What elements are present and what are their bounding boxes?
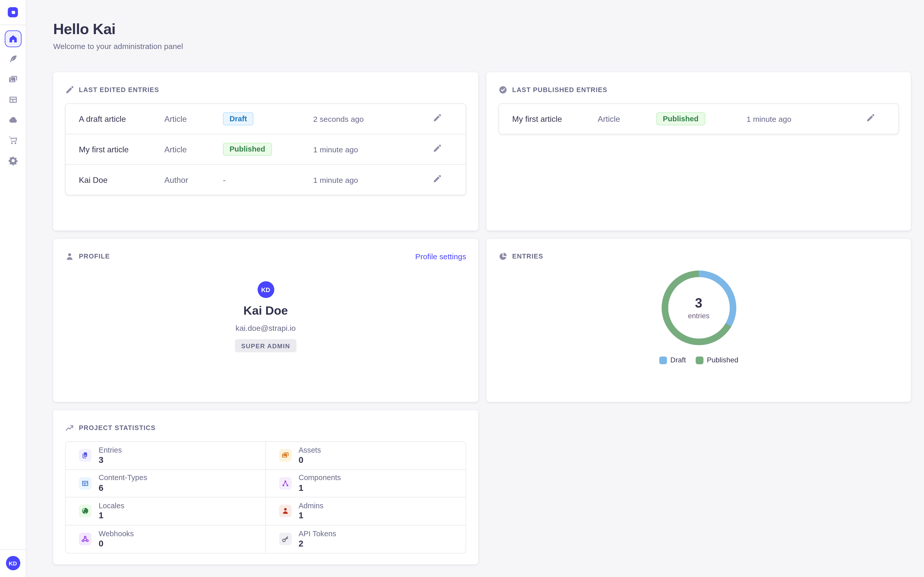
stat-webhooks: Webhooks 0 xyxy=(66,525,266,553)
entry-type: Article xyxy=(164,114,223,123)
profile-body: KD Kai Doe kai.doe@strapi.io SUPER ADMIN xyxy=(65,281,466,352)
profile-name: Kai Doe xyxy=(243,304,288,318)
entry-time: 1 minute ago xyxy=(746,114,842,123)
entries-chart-body: 3 entries Draft Published xyxy=(498,271,899,364)
last-edited-entries-card: LAST EDITED ENTRIES A draft article Arti… xyxy=(53,73,478,230)
stat-label: Entries xyxy=(99,446,122,455)
sidebar: KD xyxy=(0,0,26,577)
pencil-icon xyxy=(433,115,442,124)
user-icon xyxy=(279,504,291,517)
stat-label: Content-Types xyxy=(99,474,147,482)
entry-time: 1 minute ago xyxy=(313,175,409,184)
table-row: Kai Doe Author - 1 minute ago xyxy=(66,164,465,195)
entry-type: Author xyxy=(164,175,223,184)
stat-value: 0 xyxy=(99,539,134,549)
sidebar-item-content-type-builder[interactable] xyxy=(4,91,21,108)
entry-time: 1 minute ago xyxy=(313,145,409,154)
stat-value: 3 xyxy=(99,455,122,465)
trend-up-icon xyxy=(65,423,74,432)
pencil-icon xyxy=(866,115,875,124)
sidebar-item-marketplace[interactable] xyxy=(4,132,21,149)
entries-table: My first article Article Published 1 min… xyxy=(498,103,899,134)
entries-table: A draft article Article Draft 2 seconds … xyxy=(65,103,466,195)
strapi-logo-icon[interactable] xyxy=(8,7,18,18)
entries-chart-card: ENTRIES 3 entries Draft xyxy=(486,239,911,402)
edit-entry-button[interactable] xyxy=(432,144,443,155)
status-badge: Draft xyxy=(223,112,254,126)
legend-swatch-draft xyxy=(659,356,667,364)
strapi-admin-dashboard: KD Hello Kai Welcome to your administrat… xyxy=(0,0,924,577)
sidebar-bottom: KD xyxy=(0,550,26,577)
status-badge: Published xyxy=(656,112,705,126)
sidebar-item-media-library[interactable] xyxy=(4,71,21,88)
entry-time: 2 seconds ago xyxy=(313,114,409,123)
sidebar-item-content-manager[interactable] xyxy=(4,51,21,68)
legend-item-published: Published xyxy=(696,356,738,364)
pencil-icon xyxy=(433,146,442,155)
project-statistics-card: PROJECT STATISTICS Entries 3 Assets xyxy=(53,410,478,564)
page-subtitle: Welcome to your administration panel xyxy=(53,42,911,51)
gear-icon xyxy=(8,156,18,165)
edit-entry-button[interactable] xyxy=(865,113,876,124)
card-header: PROJECT STATISTICS xyxy=(65,422,466,433)
profile-settings-link[interactable]: Profile settings xyxy=(415,252,466,261)
entry-type: Article xyxy=(598,114,656,123)
sidebar-nav xyxy=(4,31,21,172)
edit-entry-button[interactable] xyxy=(432,174,443,185)
stat-label: API Tokens xyxy=(299,530,336,538)
stat-value: 0 xyxy=(299,455,321,465)
check-circle-icon xyxy=(498,85,507,94)
page-title: Hello Kai xyxy=(53,20,911,38)
stat-api-tokens: API Tokens 2 xyxy=(266,525,465,553)
card-title: ENTRIES xyxy=(512,253,543,260)
pencil-icon xyxy=(433,176,442,185)
chart-pie-icon xyxy=(498,252,507,261)
stat-label: Admins xyxy=(299,501,323,510)
chart-legend: Draft Published xyxy=(659,356,738,364)
stat-label: Assets xyxy=(299,446,321,455)
layout-icon xyxy=(8,95,18,105)
card-header: PROFILE Profile settings xyxy=(65,251,466,261)
edit-entry-button[interactable] xyxy=(432,113,443,124)
stat-value: 1 xyxy=(299,483,341,493)
webhook-icon xyxy=(79,533,91,545)
stat-label: Locales xyxy=(99,501,124,510)
stat-value: 2 xyxy=(299,539,336,549)
globe-icon xyxy=(79,504,91,517)
card-title: PROJECT STATISTICS xyxy=(79,424,155,431)
profile-card: PROFILE Profile settings KD Kai Doe kai.… xyxy=(53,239,478,402)
main-content: Hello Kai Welcome to your administration… xyxy=(26,0,924,577)
stat-components: Components 1 xyxy=(266,469,465,497)
stat-entries: Entries 3 xyxy=(66,442,266,469)
sidebar-item-settings[interactable] xyxy=(4,152,21,169)
legend-swatch-published xyxy=(696,356,703,364)
sidebar-divider xyxy=(0,24,26,25)
stat-locales: Locales 1 xyxy=(66,498,266,525)
user-avatar[interactable]: KD xyxy=(6,556,20,571)
sidebar-item-home[interactable] xyxy=(4,31,21,47)
feather-icon xyxy=(8,54,18,64)
stat-assets: Assets 0 xyxy=(266,442,465,469)
components-icon xyxy=(279,477,291,490)
cloud-icon xyxy=(8,115,18,125)
images-icon xyxy=(279,449,291,462)
home-icon xyxy=(8,34,18,44)
cart-icon xyxy=(8,135,18,145)
sidebar-item-deploy[interactable] xyxy=(4,111,21,128)
legend-label: Published xyxy=(707,356,738,364)
table-row: My first article Article Published 1 min… xyxy=(499,104,898,134)
stat-value: 6 xyxy=(99,483,147,493)
donut-center: 3 entries xyxy=(668,277,729,338)
statistics-table: Entries 3 Assets 0 C xyxy=(65,442,466,554)
stat-admins: Admins 1 xyxy=(266,498,465,525)
entry-name: My first article xyxy=(499,114,598,123)
key-icon xyxy=(279,533,291,545)
documents-icon xyxy=(79,449,91,462)
entries-count: 3 xyxy=(695,296,703,311)
table-row: A draft article Article Draft 2 seconds … xyxy=(66,104,465,134)
entries-count-label: entries xyxy=(688,312,709,320)
profile-email: kai.doe@strapi.io xyxy=(236,324,296,333)
table-row: My first article Article Published 1 min… xyxy=(66,134,465,164)
entry-name: My first article xyxy=(66,145,164,154)
entry-name: A draft article xyxy=(66,114,164,123)
